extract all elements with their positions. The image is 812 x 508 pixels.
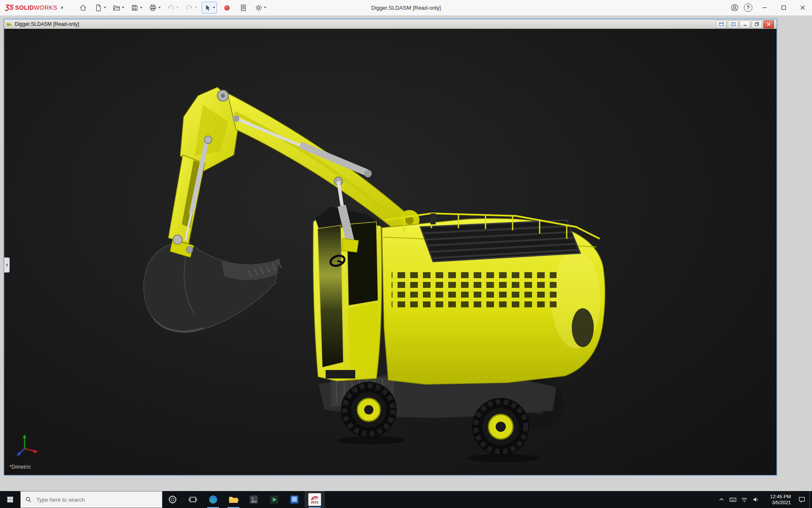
chevron-down-icon[interactable] <box>140 7 143 8</box>
app-minimize-button[interactable] <box>755 0 774 15</box>
document-window: Digger.SLDASM [Read-only] <box>3 19 777 476</box>
titlebar-right-controls: ? <box>728 0 812 15</box>
media-app-button[interactable] <box>264 491 284 508</box>
taskbar-search-box[interactable] <box>20 491 162 508</box>
windshield <box>318 225 343 367</box>
app-window-title: Digger.SLDASM [Read-only] <box>371 0 441 15</box>
account-icon <box>730 3 739 12</box>
chevron-left-icon <box>6 263 8 267</box>
rebuild-button[interactable] <box>220 2 233 14</box>
reference-triad <box>12 432 41 461</box>
windows-taskbar: 2021 12:45 PM <box>0 491 812 508</box>
excavator-model[interactable] <box>4 29 776 475</box>
select-cursor-icon <box>203 4 211 12</box>
edge-button[interactable] <box>203 491 223 508</box>
clock-date: 3/5/2021 <box>772 500 791 505</box>
window-pane-icon <box>731 22 736 26</box>
solidworks-swoosh-icon <box>311 495 318 501</box>
help-button[interactable]: ? <box>741 0 755 15</box>
chevron-down-icon[interactable] <box>158 7 161 8</box>
doc-minimize-button[interactable] <box>740 20 750 28</box>
chevron-down-icon[interactable] <box>122 7 124 8</box>
new-document-button[interactable] <box>93 2 108 14</box>
chevron-down-icon[interactable] <box>213 7 215 8</box>
file-properties-button[interactable] <box>236 2 250 14</box>
hidden-icons-button[interactable] <box>716 491 727 508</box>
touch-keyboard-icon <box>729 496 737 503</box>
triad-x-axis <box>25 449 38 453</box>
excavator-boom-arm[interactable] <box>168 87 241 257</box>
featuremanager-flyout-tab[interactable] <box>4 257 10 273</box>
maximize-icon <box>781 5 786 10</box>
assembly-document-icon <box>6 21 12 28</box>
touch-keyboard-button[interactable] <box>727 491 738 508</box>
undo-button[interactable] <box>165 2 181 14</box>
save-button[interactable] <box>129 2 144 14</box>
task-view-button[interactable] <box>183 491 203 508</box>
excavator-bucket[interactable] <box>144 242 281 332</box>
task-view-icon <box>188 495 198 504</box>
doc-close-button[interactable] <box>763 20 774 28</box>
notifications-icon <box>798 496 806 503</box>
file-explorer-icon <box>228 494 239 505</box>
window-pane-icon <box>719 22 724 26</box>
cortana-button[interactable] <box>162 491 183 508</box>
help-icon: ? <box>744 3 752 12</box>
search-input[interactable] <box>36 496 157 503</box>
windows-logo-icon <box>6 496 14 503</box>
options-gear-icon <box>255 4 263 12</box>
media-app-icon <box>269 494 279 505</box>
triad-z-axis <box>17 449 25 456</box>
rebuild-icon <box>223 4 231 12</box>
account-button[interactable] <box>728 0 741 15</box>
chevron-down-icon[interactable] <box>264 7 266 8</box>
cortana-icon <box>168 495 177 504</box>
volume-button[interactable] <box>750 491 761 508</box>
chevron-down-icon[interactable] <box>104 7 106 8</box>
taskbar-clock[interactable]: 12:45 PM 3/5/2021 <box>761 491 794 508</box>
doc-restore-button[interactable] <box>752 20 762 28</box>
brand-works: WORKS <box>34 4 57 11</box>
chevron-down-icon[interactable] <box>176 7 179 8</box>
open-folder-icon <box>112 4 121 12</box>
redo-button[interactable] <box>184 2 199 14</box>
chevron-down-icon[interactable] <box>195 7 197 8</box>
home-button[interactable] <box>76 2 90 14</box>
system-tray: 12:45 PM 3/5/2021 <box>716 491 812 508</box>
document-window-buttons <box>716 20 775 28</box>
save-icon <box>131 4 139 12</box>
doc-pane-button-2[interactable] <box>728 20 738 28</box>
view-orientation-label: *Dimetric <box>9 464 31 470</box>
photos-app-button[interactable] <box>244 491 264 508</box>
doc-pane-button-1[interactable] <box>716 20 727 28</box>
store-app-button[interactable] <box>284 491 304 508</box>
open-button[interactable] <box>111 2 126 14</box>
graphics-viewport[interactable]: *Dimetric <box>4 29 776 475</box>
document-titlebar[interactable]: Digger.SLDASM [Read-only] <box>4 19 776 29</box>
start-button[interactable] <box>0 491 20 508</box>
excavator-body[interactable] <box>382 213 605 384</box>
clock-time: 12:45 PM <box>770 494 791 500</box>
triad-y-axis <box>23 434 27 449</box>
print-icon <box>149 4 157 12</box>
restore-icon <box>755 22 759 26</box>
options-button[interactable] <box>253 2 268 14</box>
solidworks-wordmark: SOLIDWORKS <box>15 4 57 11</box>
desktop: { "app": { "brand": { "prefix_glyph": "Ʒ… <box>0 0 812 508</box>
document-title: Digger.SLDASM [Read-only] <box>15 21 79 27</box>
toolbar-expander-icon[interactable] <box>61 6 63 9</box>
app-close-button[interactable] <box>793 0 812 15</box>
minimize-icon <box>762 5 767 10</box>
solidworks-taskbar-button[interactable]: 2021 <box>304 491 325 508</box>
side-vents <box>392 268 557 309</box>
select-button[interactable] <box>202 2 217 14</box>
network-button[interactable] <box>738 491 750 508</box>
volume-icon <box>752 496 760 503</box>
print-button[interactable] <box>147 2 162 14</box>
file-explorer-button[interactable] <box>223 491 244 508</box>
solidworks-logo: ƷS SOLIDWORKS <box>0 4 59 11</box>
show-desktop-button[interactable] <box>809 491 812 508</box>
stick-cylinder[interactable] <box>233 115 372 177</box>
action-center-button[interactable] <box>794 491 809 508</box>
app-maximize-button[interactable] <box>774 0 793 15</box>
